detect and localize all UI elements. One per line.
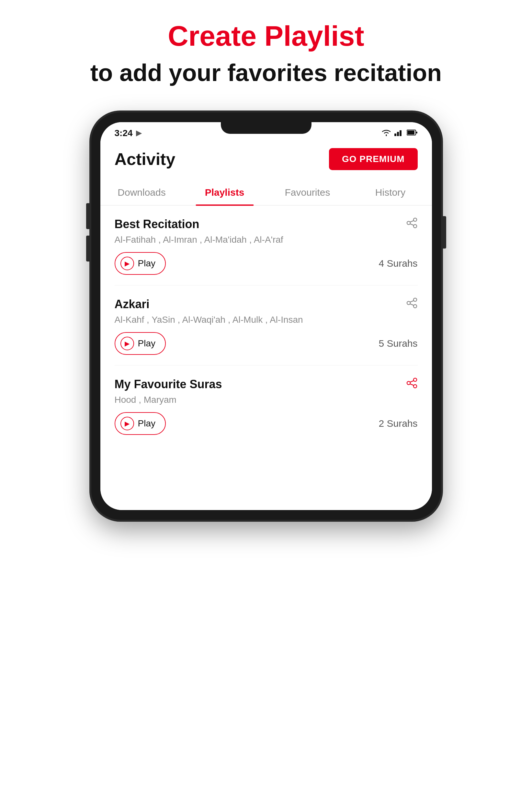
play-label: Play — [138, 338, 155, 349]
playlist-item-header: Azkari — [115, 297, 418, 311]
app-bar: Activity GO PREMIUM — [100, 142, 432, 178]
phone-bottom-area — [100, 445, 432, 510]
playlist-item-header: My Favourite Suras — [115, 377, 418, 391]
app-title: Activity — [115, 149, 175, 169]
premium-button[interactable]: GO PREMIUM — [329, 148, 418, 170]
svg-point-16 — [414, 378, 417, 381]
time-display: 3:24 — [115, 128, 133, 139]
play-circle-icon: ▶ — [120, 417, 134, 430]
signal-icon — [394, 129, 403, 138]
play-label: Play — [138, 258, 155, 269]
svg-line-14 — [410, 301, 414, 302]
wifi-icon — [381, 128, 391, 139]
surahs-count: 5 Surahs — [379, 338, 417, 349]
share-icon[interactable] — [406, 297, 418, 311]
status-bar: 3:24 ▶ — [100, 122, 432, 142]
svg-point-6 — [414, 218, 417, 221]
tab-favourites[interactable]: Favourites — [266, 178, 349, 205]
playlist-name: My Favourite Suras — [115, 378, 222, 391]
phone-frame: 3:24 ▶ — [91, 112, 441, 520]
svg-rect-5 — [416, 131, 417, 133]
svg-point-13 — [414, 305, 417, 308]
playlist-surahs-names: Al-Kahf , YaSin , Al-Waqi'ah , Al-Mulk ,… — [115, 315, 418, 325]
svg-rect-1 — [397, 132, 399, 136]
svg-point-8 — [414, 224, 417, 228]
svg-point-17 — [407, 381, 410, 385]
notch — [221, 122, 311, 134]
surahs-count: 4 Surahs — [379, 258, 417, 269]
play-circle-icon: ▶ — [120, 337, 134, 350]
svg-line-15 — [410, 304, 414, 305]
playlist-name: Azkari — [115, 297, 150, 311]
playlist-list: Best Recitation Al-Fatihah , Al-Imran , … — [100, 205, 432, 445]
playlist-surahs-names: Al-Fatihah , Al-Imran , Al-Ma'idah , Al-… — [115, 235, 418, 245]
play-status-icon: ▶ — [136, 129, 141, 138]
playlist-name: Best Recitation — [115, 217, 200, 231]
surahs-count: 2 Surahs — [379, 418, 417, 429]
playlist-footer: ▶ Play 4 Surahs — [115, 252, 418, 275]
svg-point-12 — [407, 302, 410, 305]
svg-point-11 — [414, 298, 417, 302]
playlist-item: Best Recitation Al-Fatihah , Al-Imran , … — [115, 205, 418, 286]
play-label: Play — [138, 418, 155, 429]
tab-playlists[interactable]: Playlists — [183, 178, 266, 205]
playlist-item-header: Best Recitation — [115, 217, 418, 231]
headline-create: Create Playlist — [168, 19, 364, 53]
svg-line-20 — [410, 384, 414, 385]
play-circle-icon: ▶ — [120, 257, 134, 270]
svg-rect-4 — [407, 131, 415, 134]
headline-sub: to add your favorites recitation — [90, 59, 442, 87]
share-icon[interactable] — [406, 377, 418, 391]
battery-icon — [407, 129, 418, 137]
svg-line-9 — [410, 221, 414, 222]
tabs-bar: Downloads Playlists Favourites History — [100, 178, 432, 205]
svg-line-19 — [410, 381, 414, 382]
play-button[interactable]: ▶ Play — [115, 412, 166, 435]
status-icons — [381, 128, 418, 139]
svg-point-7 — [407, 221, 410, 224]
svg-line-10 — [410, 224, 414, 225]
svg-rect-0 — [394, 133, 396, 136]
svg-rect-2 — [400, 130, 401, 136]
play-button[interactable]: ▶ Play — [115, 252, 166, 275]
playlist-item: My Favourite Suras Hood , Maryam — [115, 365, 418, 445]
play-button[interactable]: ▶ Play — [115, 332, 166, 355]
status-time: 3:24 ▶ — [115, 128, 141, 139]
playlist-surahs-names: Hood , Maryam — [115, 395, 418, 405]
share-icon[interactable] — [406, 217, 418, 231]
tab-history[interactable]: History — [349, 178, 432, 205]
playlist-footer: ▶ Play 2 Surahs — [115, 412, 418, 435]
svg-point-18 — [414, 385, 417, 388]
playlist-footer: ▶ Play 5 Surahs — [115, 332, 418, 355]
tab-downloads[interactable]: Downloads — [100, 178, 183, 205]
phone-screen: 3:24 ▶ — [100, 122, 432, 510]
playlist-item: Azkari Al-Kahf , YaSin , Al-Waqi'ah , Al… — [115, 286, 418, 365]
